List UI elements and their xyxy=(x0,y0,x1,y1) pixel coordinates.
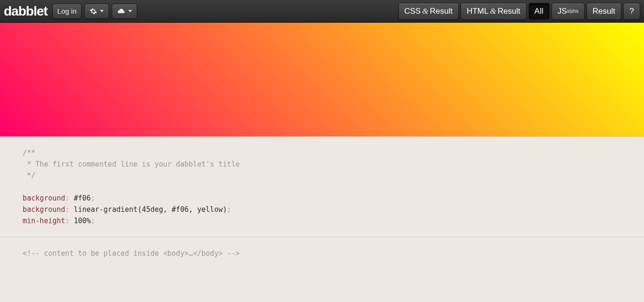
cloud-button[interactable] xyxy=(112,4,137,19)
cloud-icon xyxy=(117,8,125,15)
tab-all[interactable]: All xyxy=(528,3,550,20)
result-preview xyxy=(0,23,644,137)
tab-label: CSS xyxy=(405,7,421,16)
tab-help[interactable]: ? xyxy=(623,3,640,20)
login-button[interactable]: Log in xyxy=(52,4,82,19)
tab-label: ? xyxy=(629,7,634,16)
ampersand: & xyxy=(421,7,429,16)
view-tabs: CSS&Result HTML&Result All JSalpha Resul… xyxy=(398,3,641,20)
tab-html-result[interactable]: HTML&Result xyxy=(461,3,527,20)
tab-result[interactable]: Result xyxy=(586,3,621,20)
tab-label: All xyxy=(535,7,544,16)
caret-icon xyxy=(100,10,104,12)
gear-icon xyxy=(90,8,97,15)
tab-label: JS xyxy=(558,7,567,16)
tab-label: HTML xyxy=(467,7,488,16)
tab-label: Result xyxy=(497,7,520,16)
tab-sub: alpha xyxy=(567,8,578,14)
toolbar: dabblet Log in CSS&Result HTML&Result Al… xyxy=(0,0,644,23)
login-label: Log in xyxy=(58,7,77,15)
settings-button[interactable] xyxy=(84,4,109,19)
html-editor[interactable]: <!-- content to be placed inside <body>…… xyxy=(0,237,644,269)
ampersand: & xyxy=(488,7,497,16)
logo[interactable]: dabblet xyxy=(4,4,48,19)
tab-label: Result xyxy=(430,7,453,16)
caret-icon xyxy=(128,10,132,12)
tab-js[interactable]: JSalpha xyxy=(552,3,585,20)
tab-css-result[interactable]: CSS&Result xyxy=(398,3,459,20)
css-editor[interactable]: /** * The first commented line is your d… xyxy=(0,137,644,237)
tab-label: Result xyxy=(593,7,615,16)
